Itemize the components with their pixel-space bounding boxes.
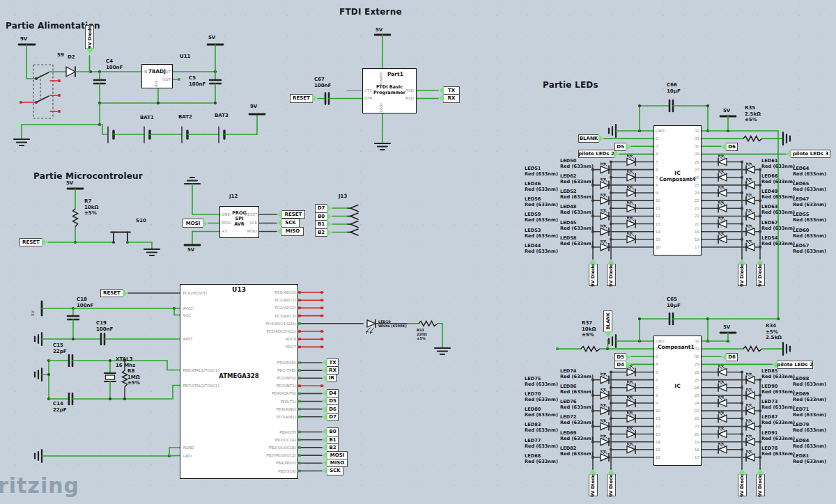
- flag-ir[interactable]: IR: [327, 374, 336, 382]
- flag-reset-mcu[interactable]: RESET: [100, 289, 123, 297]
- flag-pilote-leds-2[interactable]: pilote LEDs 2: [777, 361, 813, 369]
- flag-9v-diode[interactable]: 9V Diode: [607, 264, 616, 286]
- flag-label: D5: [329, 398, 336, 404]
- flag-label: D7: [318, 205, 325, 211]
- led-color: Red (633nm): [525, 397, 558, 402]
- flag-9v-diode[interactable]: 9V Diode: [589, 264, 598, 286]
- led-ic-pin-number: 29: [674, 152, 699, 156]
- led-name: LED68: [525, 453, 558, 459]
- xtal3-label: XTAL3 16 Mhz: [116, 356, 135, 368]
- led-color: Red (633nm): [761, 194, 795, 200]
- led-color: Red (633nm): [525, 443, 558, 449]
- u11-pin-out2: OUT: [159, 77, 171, 81]
- led-name: LED49: [761, 189, 795, 194]
- led-label: LED58Red (633nm): [560, 235, 594, 246]
- flag-arrow-icon: [773, 361, 777, 369]
- flag-sck[interactable]: SCK: [327, 466, 343, 475]
- led-label: LED71Red (633nm): [793, 407, 826, 418]
- u13-pin-left: VCC: [183, 313, 191, 317]
- flag-label: MISO: [286, 228, 300, 234]
- flag-blank[interactable]: BLANK: [603, 310, 612, 332]
- flag-pilote-leds-2[interactable]: pilote LEDs 2: [578, 150, 614, 158]
- flag-d6[interactable]: D6: [726, 143, 738, 151]
- flag-label: D6: [728, 354, 736, 360]
- led-ic-pin-number: 29: [674, 362, 699, 366]
- led-color: Red (633nm): [793, 171, 826, 177]
- led-label: LED62Red (633nm): [560, 173, 594, 184]
- flag-arrow-icon: [327, 204, 332, 212]
- flag-sck[interactable]: SCK: [281, 219, 300, 227]
- flag-label: pilote LEDs 2: [777, 362, 813, 368]
- rail-5v-label: 5V: [208, 35, 215, 40]
- flag-9v-diode[interactable]: 9V Diode: [756, 474, 765, 496]
- r37-label: R37 10kΩ ±5%: [582, 320, 596, 338]
- led-ic-pin-number: 23: [674, 198, 699, 203]
- led-name: LED48: [560, 204, 594, 210]
- led-ic-pin-number: 6: [656, 378, 658, 382]
- flag-blank[interactable]: BLANK: [578, 134, 599, 143]
- flag-9v-diode[interactable]: 9V Diode: [589, 474, 598, 496]
- led-color: Red (633nm): [761, 179, 795, 184]
- flag-9v-diode[interactable]: 9V Diode: [756, 264, 765, 286]
- flag-d6[interactable]: D6: [726, 353, 738, 361]
- flag-pilote-leds-3[interactable]: pilote LEDs 3: [791, 150, 830, 158]
- u13-pin-right: PB5(SCK): [226, 469, 296, 473]
- j12-pin-gnd: GND: [222, 212, 231, 216]
- led-label: LED91Red (633nm): [761, 430, 795, 441]
- flag-9v-diode[interactable]: 9V Diode: [738, 264, 747, 286]
- led-color: Red (633nm): [761, 210, 795, 215]
- schematic-wires-layer: [0, 0, 836, 504]
- flag-9v-diode[interactable]: 9V Diode: [607, 474, 616, 496]
- led-ic-pin-number: 15: [656, 448, 660, 452]
- flag-arrow-icon: [598, 134, 603, 143]
- flag-arrow-icon: [323, 413, 327, 421]
- flag-label: BLANK: [605, 313, 611, 330]
- led-name: LED77: [525, 438, 558, 443]
- led-color: Red (633nm): [761, 451, 795, 457]
- u13-pin-right: PD4(XCK/T0): [226, 391, 296, 395]
- flag-b2[interactable]: B2: [315, 228, 327, 237]
- u13-pin-right: PC4(ADC4/SDA): [226, 322, 296, 326]
- led-label: LED83Red (633nm): [525, 422, 558, 433]
- led-ic-pin-number: 28: [674, 370, 699, 375]
- led-ic-pin-number: 7: [656, 386, 658, 390]
- led-ic-pin-number: 18: [674, 237, 699, 242]
- led-name: LED71: [793, 407, 826, 412]
- u13-pin-right: PD1(TXD): [226, 368, 296, 372]
- u13-pin-right: ADC6: [226, 337, 296, 341]
- led-color: Red (633nm): [525, 412, 558, 418]
- led-color: Red (633nm): [793, 217, 826, 223]
- flag-d4[interactable]: D4: [614, 361, 626, 369]
- flag-reset[interactable]: RESET: [290, 94, 313, 102]
- led-label: LED86Red (633nm): [560, 384, 594, 395]
- flag-rx[interactable]: RX: [443, 94, 460, 102]
- led-label: LED57Red (633nm): [793, 243, 826, 254]
- flag-label: D7: [329, 414, 336, 420]
- led-color: Red (633nm): [793, 187, 826, 192]
- led-label: LED61Red (633nm): [761, 158, 795, 169]
- led-name: LED84: [793, 438, 826, 443]
- j12-pin-miso: MISO: [236, 229, 257, 233]
- flag-reset[interactable]: RESET: [281, 210, 305, 219]
- fritzing-schematic-canvas[interactable]: Partie Alimentation FTDI Externe Partie …: [0, 0, 836, 504]
- flag-miso[interactable]: MISO: [281, 227, 304, 235]
- flag-9v-diode[interactable]: 9V Diode: [85, 25, 94, 49]
- s10-label: S10: [136, 218, 146, 223]
- flag-d7[interactable]: D7: [327, 413, 339, 421]
- flag-mosi[interactable]: MOSI: [183, 219, 203, 227]
- led-color: Red (633nm): [761, 420, 795, 425]
- flag-reset-micro[interactable]: RESET: [20, 238, 42, 246]
- flag-label: 9V Diode: [608, 264, 614, 287]
- led-ic-pin-number: 25: [674, 393, 699, 397]
- led-ic-pin-number: 26: [674, 386, 699, 390]
- led-name: LED83: [525, 422, 558, 427]
- u13-pin-right: PD7(AIN1): [226, 415, 296, 419]
- flag-label: 9V Diode: [608, 474, 614, 497]
- flag-9v-diode[interactable]: 9V Diode: [738, 474, 747, 496]
- led-ic-pin-number: 15: [656, 237, 660, 242]
- ftdi-pin-cts: CTS: [364, 88, 372, 93]
- flag-label: MOSI: [186, 221, 201, 226]
- led-ic-pin-number: 31: [674, 347, 699, 351]
- c67-label: C67 100nF: [314, 77, 331, 88]
- u11-pin-out1: OUT: [159, 70, 171, 74]
